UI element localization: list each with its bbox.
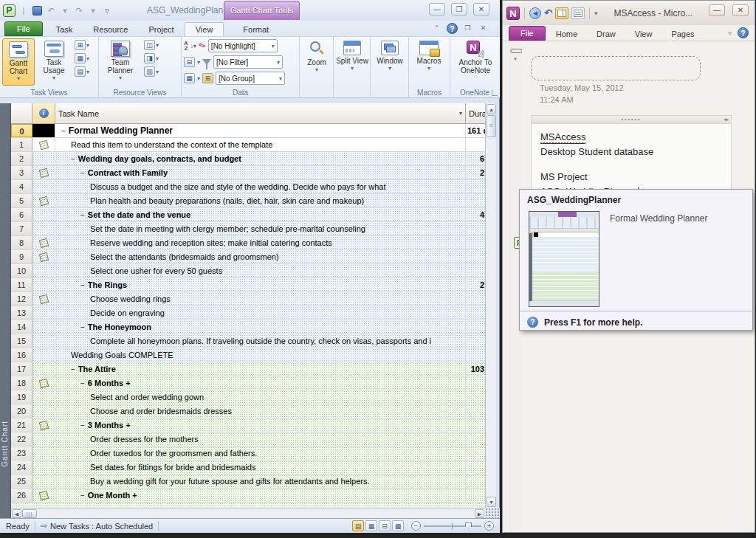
task-name-cell[interactable]: − Read this item to understand the conte… xyxy=(55,138,466,151)
resource-sheet-button[interactable]: ◨▾ xyxy=(144,53,159,63)
task-name-cell[interactable]: − Set the date and the venue xyxy=(55,208,466,221)
highlight-dropdown[interactable]: [No Highlight]▾ xyxy=(208,39,278,52)
row-indicator-cell[interactable] xyxy=(32,306,55,320)
table-row[interactable]: 20 − Choose and order bridesmaids dresse… xyxy=(11,404,485,418)
duration-cell[interactable]: 2 xyxy=(466,278,485,292)
row-number[interactable]: 8 xyxy=(11,236,32,249)
row-indicator-cell[interactable] xyxy=(32,461,55,474)
resize-grip[interactable] xyxy=(485,508,500,518)
doc-restore-icon[interactable]: ❐ xyxy=(462,23,473,34)
team-planner-button[interactable]: Team Planner▾ xyxy=(101,38,140,86)
gantt-view-shortcut[interactable]: ▤ xyxy=(352,520,364,531)
duration-cell[interactable] xyxy=(466,320,485,334)
task-name-cell[interactable]: − The Rings xyxy=(55,278,466,292)
page-title-placeholder[interactable] xyxy=(531,56,701,80)
task-name-cell[interactable]: − 3 Months + xyxy=(55,418,466,432)
task-name-cell[interactable]: − Reserve wedding and reception sites; m… xyxy=(55,236,466,249)
task-name-cell[interactable]: − Discuss a budget and the size and styl… xyxy=(55,180,466,193)
duration-cell[interactable]: 6 xyxy=(466,152,485,165)
row-indicator-cell[interactable] xyxy=(32,124,55,137)
table-row[interactable]: 3 − Contract with Family 2 xyxy=(11,166,485,180)
duration-cell[interactable] xyxy=(466,461,485,474)
row-number[interactable]: 4 xyxy=(11,180,32,193)
task-name-cell[interactable]: − Set dates for fittings for bride and b… xyxy=(55,461,466,474)
table-row[interactable]: 26 − One Month + xyxy=(11,489,485,503)
zoom-track[interactable] xyxy=(424,525,481,527)
network-diagram-button[interactable]: ⊞▾ xyxy=(75,40,89,50)
tab-resource[interactable]: Resource xyxy=(83,23,138,36)
duration-cell[interactable]: 161 d xyxy=(466,124,485,137)
group-by-icon[interactable]: ⊞ xyxy=(202,73,213,83)
project-titlebar[interactable]: P | ↶ ▾ ↷ ▾ ▿ ASG_WeddingPlanner - M... … xyxy=(0,0,500,21)
duration-cell[interactable] xyxy=(466,475,485,488)
row-indicator-cell[interactable] xyxy=(32,432,55,446)
duration-cell[interactable] xyxy=(466,418,485,432)
new-tasks-status[interactable]: ⇨ New Tasks : Auto Scheduled xyxy=(41,521,153,531)
redo-icon[interactable]: ↷ xyxy=(73,4,85,16)
row-indicator-cell[interactable] xyxy=(32,264,55,277)
task-usage-button[interactable]: Task Usage▾ xyxy=(38,38,70,86)
row-indicator-cell[interactable] xyxy=(32,489,55,502)
row-indicator-cell[interactable] xyxy=(32,362,55,376)
row-indicator-cell[interactable] xyxy=(32,236,55,249)
table-row[interactable]: 8 − Reserve wedding and reception sites;… xyxy=(11,236,485,250)
task-name-cell[interactable]: − Select the attendants (bridesmaids and… xyxy=(55,250,466,263)
onenote-collapse-ribbon-icon[interactable]: ▿ xyxy=(728,30,732,37)
duration-cell[interactable] xyxy=(466,264,485,277)
split-view-button[interactable]: Split View▾ xyxy=(336,38,368,86)
onenote-undo-icon[interactable]: ↶ xyxy=(544,7,552,18)
task-name-cell[interactable]: − One Month + xyxy=(55,489,466,502)
table-row[interactable]: 18 − 6 Months + xyxy=(11,376,485,390)
task-name-cell[interactable]: − Order dresses for the mothers xyxy=(55,432,466,446)
note-line-msaccess[interactable]: MSAccess xyxy=(540,131,585,144)
row-number[interactable]: 9 xyxy=(11,250,32,263)
task-name-cell[interactable]: − Select one usher for every 50 guests xyxy=(55,264,466,277)
task-name-cell[interactable]: − Buy a wedding gift for your future spo… xyxy=(55,475,466,488)
row-indicator-cell[interactable] xyxy=(32,152,55,165)
table-row[interactable]: 2 − Wedding day goals, contracts, and bu… xyxy=(11,152,485,166)
row-indicator-cell[interactable] xyxy=(32,138,55,151)
duration-cell[interactable] xyxy=(466,432,485,446)
horizontal-scroll-thumb[interactable]: ||| xyxy=(22,509,37,518)
dialog-launcher-icon[interactable] xyxy=(492,90,498,96)
onenote-tab-home[interactable]: Home xyxy=(547,27,586,41)
note-container-handle[interactable]: ••••••◂▸ xyxy=(532,116,731,124)
duration-cell[interactable]: 103 xyxy=(466,362,485,376)
task-name-cell[interactable]: − 6 Months + xyxy=(55,376,466,390)
table-row[interactable]: 1 − Read this item to understand the con… xyxy=(11,138,485,152)
row-number[interactable]: 1 xyxy=(11,138,32,151)
redo-dropdown-icon[interactable]: ▾ xyxy=(87,4,99,16)
row-number[interactable]: 7 xyxy=(11,222,32,235)
collapse-icon[interactable]: − xyxy=(80,379,85,387)
onenote-app-icon[interactable]: N xyxy=(506,7,520,20)
view-bar[interactable]: Gantt Chart xyxy=(0,103,11,518)
horizontal-scrollbar[interactable]: ◀ ||| ▶ xyxy=(11,508,485,518)
task-name-cell[interactable]: − Complete all honeymoon plans. If trave… xyxy=(55,334,466,348)
tab-project[interactable]: Project xyxy=(138,23,184,36)
note-resize-icons[interactable]: ◂▸ xyxy=(724,116,729,123)
row-number[interactable]: 14 xyxy=(11,320,32,334)
row-number[interactable]: 2 xyxy=(11,152,32,165)
scroll-down-icon[interactable]: ▼ xyxy=(487,497,496,507)
duration-cell[interactable] xyxy=(466,334,485,348)
collapse-icon[interactable]: − xyxy=(71,365,75,373)
onenote-tab-view[interactable]: View xyxy=(626,27,662,41)
duration-cell[interactable] xyxy=(466,489,485,502)
window-button[interactable]: Window▾ xyxy=(373,38,407,86)
tab-view[interactable]: View xyxy=(185,22,224,36)
row-number[interactable]: 23 xyxy=(11,446,32,460)
gantt-chart-button[interactable]: Gantt Chart▾ xyxy=(2,38,35,86)
row-number[interactable]: 17 xyxy=(11,362,32,376)
tab-file[interactable]: File xyxy=(4,21,43,36)
duration-cell[interactable] xyxy=(466,446,485,460)
customize-toolbar-icon[interactable]: ▾ xyxy=(594,10,598,17)
task-name-cell[interactable]: − Set the date in meeting with clergy me… xyxy=(55,222,466,235)
anchor-to-onenote-button[interactable]: N⛓ Anchor To OneNote xyxy=(453,38,498,86)
calendar-button[interactable]: ▦▾ xyxy=(75,53,89,63)
row-number[interactable]: 24 xyxy=(11,461,32,474)
collapse-ribbon-icon[interactable]: ⌃ xyxy=(431,23,442,34)
vertical-scroll-thumb[interactable]: ≡ xyxy=(487,115,496,137)
row-number[interactable]: 19 xyxy=(11,390,32,404)
resource-usage-button[interactable]: ◫▾ xyxy=(144,40,159,50)
highlight-icon[interactable]: ✎ xyxy=(197,40,207,52)
